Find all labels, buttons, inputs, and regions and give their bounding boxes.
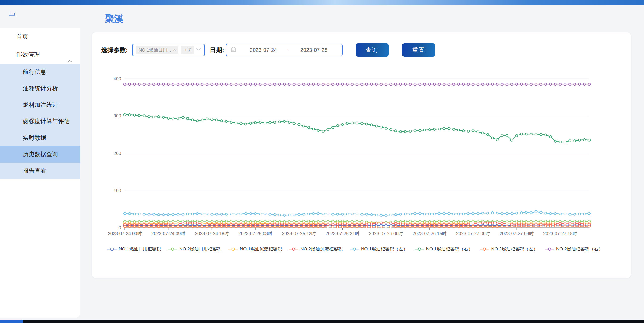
date-start-input[interactable]: 2023-07-24 [243,47,283,53]
sidebar-item-3[interactable]: 碳强度计算与评估 [0,113,80,130]
legend-item-7[interactable]: NO.2燃油柜容积（右） [545,246,603,252]
x-axis-label: 2023-07-26 15时 [413,231,447,236]
y-axis-label: 0 [119,225,121,230]
legend-marker-icon [350,247,359,251]
legend-item-0[interactable]: NO.1燃油日用柜容积 [107,246,161,252]
chevron-up-icon [67,52,72,70]
y-axis-label: 200 [114,151,121,156]
sidebar-item-1[interactable]: 油耗统计分析 [0,80,80,97]
legend-item-3[interactable]: NO.2燃油沉淀柜容积 [289,246,343,252]
x-axis-label: 2023-07-25 03时 [238,231,272,236]
horizontal-scrollbar-thumb[interactable] [0,320,23,323]
x-axis-label: 2023-07-25 12时 [282,231,316,236]
date-end-input[interactable]: 2023-07-28 [294,47,334,53]
param-select-label: 选择参数: [101,43,128,57]
param-multiselect[interactable]: NO.1燃油日用... × + 7 [132,44,205,56]
y-axis-label: 400 [114,76,121,81]
date-separator: - [283,47,294,53]
page-title: 聚溪 [105,13,123,25]
legend-item-6[interactable]: NO.2燃油柜容积（左） [480,246,538,252]
sidebar-group-energy-label: 能效管理 [16,51,40,58]
line-chart: 01002003004002023-07-24 00时2023-07-24 09… [112,74,599,239]
top-gradient-bar [0,0,644,5]
query-button[interactable]: 查询 [356,43,389,57]
chevron-down-icon [196,48,201,52]
tag-close-icon[interactable]: × [173,48,176,52]
param-tag-label: NO.1燃油日用... [139,47,171,53]
x-axis-label: 2023-07-24 18时 [195,231,229,236]
x-axis-label: 2023-07-27 18时 [543,231,577,236]
x-axis-label: 2023-07-26 06时 [369,231,403,236]
legend-marker-icon [228,247,238,251]
series-7 [124,83,590,85]
x-axis-label: 2023-07-27 00时 [456,231,490,236]
sidebar-item-home-label: 首页 [16,33,28,40]
legend-marker-icon [480,247,489,251]
menu-fold-icon[interactable] [8,10,16,18]
app-window: 首页 能效管理 航行信息油耗统计分析燃料加注统计碳强度计算与评估实时数据历史数据… [0,0,644,323]
legend-item-4[interactable]: NO.1燃油柜容积（左） [350,246,408,252]
param-more-tag[interactable]: + 7 [181,46,194,54]
calendar-icon [231,46,236,53]
x-axis-label: 2023-07-25 21时 [326,231,360,236]
param-tag[interactable]: NO.1燃油日用... × [136,46,178,54]
sidebar-item-home[interactable]: 首页 [0,28,80,46]
sidebar-submenu: 航行信息油耗统计分析燃料加注统计碳强度计算与评估实时数据历史数据查询报告查看 [0,64,80,179]
sidebar-item-5[interactable]: 历史数据查询 [0,146,80,163]
legend-item-5[interactable]: NO.1燃油柜容积（右） [415,246,473,252]
legend-marker-icon [107,247,117,251]
legend-marker-icon [289,247,298,251]
legend-marker-icon [545,247,554,251]
legend-item-2[interactable]: NO.1燃油沉淀柜容积 [228,246,282,252]
date-label: 日期: [210,43,224,57]
x-axis-label: 2023-07-24 09时 [151,231,185,236]
sidebar-item-4[interactable]: 实时数据 [0,130,80,146]
reset-button[interactable]: 重置 [402,43,435,57]
sidebar: 首页 能效管理 航行信息油耗统计分析燃料加注统计碳强度计算与评估实时数据历史数据… [0,28,80,318]
date-range-picker[interactable]: 2023-07-24 - 2023-07-28 [226,44,343,56]
x-axis-label: 2023-07-24 00时 [108,231,142,236]
y-axis-label: 100 [114,188,121,193]
series-5 [124,114,590,143]
sidebar-item-2[interactable]: 燃料加注统计 [0,97,80,113]
sidebar-item-6[interactable]: 报告查看 [0,163,80,179]
chart-legend: NO.1燃油日用柜容积NO.2燃油日用柜容积NO.1燃油沉淀柜容积NO.2燃油沉… [112,246,599,252]
series-4 [124,211,590,216]
legend-marker-icon [415,247,424,251]
x-axis-label: 2023-07-27 09时 [500,231,534,236]
legend-marker-icon [168,247,177,251]
horizontal-scrollbar-track[interactable] [0,320,644,323]
y-axis-label: 300 [114,113,121,118]
legend-item-1[interactable]: NO.2燃油日用柜容积 [168,246,222,252]
sidebar-group-energy[interactable]: 能效管理 [0,46,80,64]
